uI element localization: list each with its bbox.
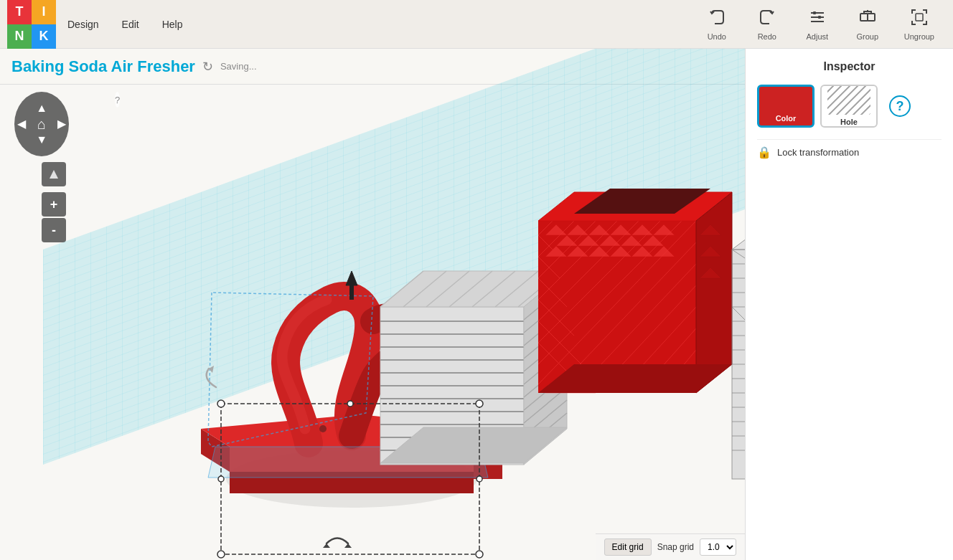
sel-corner-br[interactable] [476,551,483,558]
lock-icon: 🔒 [757,146,771,159]
svg-rect-113 [349,285,354,300]
adjust-icon [808,8,827,31]
inspector-panel: Inspector Color Hole ? 🔒 Lock transforma… [745,49,953,560]
logo-k: K [32,24,56,49]
main-area: Baking Soda Air Fresher ↻ Saving... ▲ ◀ … [0,49,953,560]
svg-rect-4 [818,16,821,19]
lock-row: 🔒 Lock transformation [757,139,942,165]
logo-t: T [7,0,32,24]
redo-icon [758,8,776,31]
ungroup-button[interactable]: Ungroup [893,0,946,49]
undo-label: Undo [708,32,726,41]
bottom-bar: Edit grid Snap grid 1.0 [596,533,745,560]
inspector-hole-label: Hole [840,118,858,126]
sel-corner-tm[interactable] [347,401,353,407]
sel-corner-tr[interactable] [476,400,483,407]
snap-grid-select[interactable]: 1.0 [700,538,736,556]
edit-grid-button[interactable]: Edit grid [604,538,652,556]
rotate-handle[interactable] [323,538,352,549]
logo-i: I [32,0,56,24]
ungroup-icon [910,8,929,31]
svg-rect-3 [813,11,816,14]
gray-wireframe[interactable] [732,228,745,479]
sel-corner-tl[interactable] [217,400,225,407]
svg-marker-111 [732,228,745,250]
inspector-options: Color Hole ? [757,85,942,128]
group-label: Group [857,32,879,41]
undo-icon [708,8,726,31]
hole-pattern-icon [827,86,870,115]
adjust-label: Adjust [807,32,829,41]
svg-marker-73 [696,192,732,393]
inspector-help-button[interactable]: ? [889,95,911,117]
svg-point-18 [319,425,327,432]
ungroup-label: Ungroup [904,32,934,41]
sel-corner-ml[interactable] [218,476,224,482]
inspector-color-label: Color [776,114,797,123]
snap-grid-label: Snap grid [657,542,694,552]
inspector-hole-button[interactable]: Hole [820,85,878,128]
scene-svg [0,49,745,560]
tinkercad-logo[interactable]: T I N K [7,0,56,49]
menu-edit[interactable]: Edit [111,0,151,49]
menu-help[interactable]: Help [151,0,194,49]
adjust-button[interactable]: Adjust [792,0,842,49]
svg-rect-6 [868,14,875,21]
menu-design[interactable]: Design [56,0,111,49]
main-toolbar: T I N K Design Edit Help Undo Redo [0,0,953,49]
red-cube[interactable] [538,189,732,393]
group-button[interactable]: Group [842,0,893,49]
svg-rect-8 [916,14,923,21]
group-icon [858,8,877,31]
sel-corner-bl[interactable] [217,551,225,558]
redo-label: Redo [758,32,776,41]
undo-button[interactable]: Undo [692,0,742,49]
canvas-area[interactable]: Baking Soda Air Fresher ↻ Saving... ▲ ◀ … [0,49,745,560]
redo-button[interactable]: Redo [742,0,792,49]
sel-corner-mr[interactable] [476,476,482,482]
logo-n: N [7,24,32,49]
inspector-color-button[interactable]: Color [757,85,814,128]
lock-label[interactable]: Lock transformation [777,147,859,158]
svg-rect-5 [860,14,868,21]
inspector-title: Inspector [757,60,942,73]
